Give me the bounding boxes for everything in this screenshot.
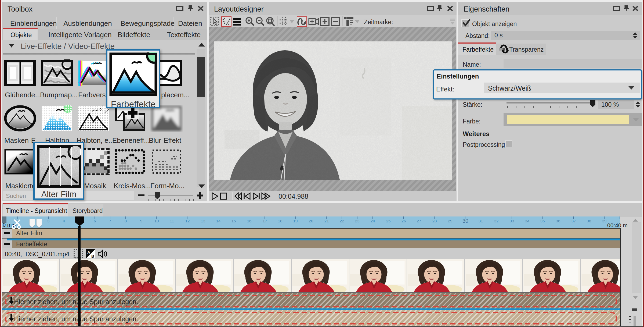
svg-text:B: B — [91, 254, 94, 258]
svg-text:A: A — [87, 250, 90, 254]
